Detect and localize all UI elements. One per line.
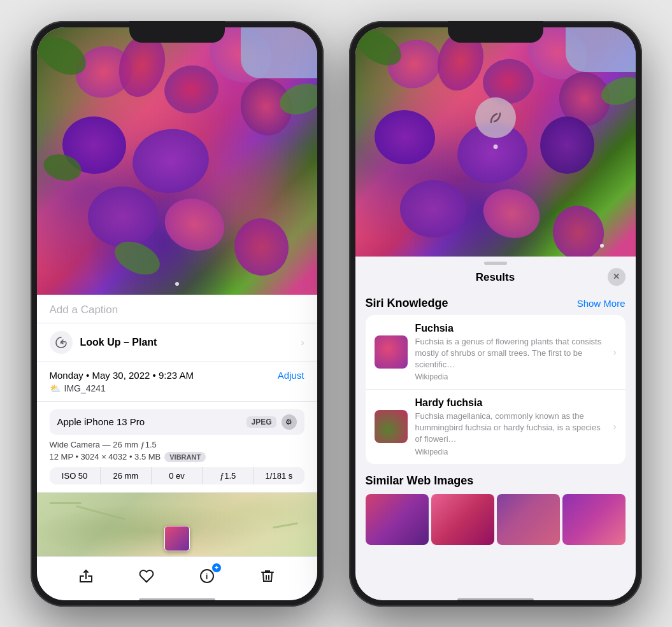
flower-photo-2 — [355, 27, 636, 257]
exif-row: ISO 50 26 mm 0 ev ƒ1.5 1/181 s — [50, 467, 304, 484]
date-text: Monday • May 30, 2022 • 9:23 AM — [50, 370, 194, 381]
exif-focal: 26 mm — [101, 467, 152, 484]
filename: IMG_4241 — [64, 383, 106, 393]
resolution-text: 12 MP • 3024 × 4032 • 3.5 MB — [50, 452, 161, 461]
map-section — [37, 493, 317, 556]
camera-model: Apple iPhone 13 Pro — [57, 416, 145, 427]
hardy-text: Hardy fuchsia Fuchsia magellanica, commo… — [415, 397, 606, 456]
hardy-thumbnail — [375, 410, 408, 443]
fuchsia-desc: Fuchsia is a genus of flowering plants t… — [415, 336, 606, 371]
cloud-icon: ⛅ — [50, 383, 61, 393]
exif-iso: ISO 50 — [50, 467, 101, 484]
siri-knowledge-title: Siri Knowledge — [366, 297, 448, 310]
exif-ev: 0 ev — [152, 467, 203, 484]
results-body: Siri Knowledge Show More Fuchsia — [355, 289, 636, 600]
similar-img-1[interactable] — [366, 494, 429, 545]
delete-button[interactable] — [257, 566, 278, 586]
map-thumbnail — [164, 526, 190, 551]
lookup-row[interactable]: Look Up – Plant › — [37, 323, 317, 362]
adjust-button[interactable]: Adjust — [278, 370, 304, 381]
phone-2: Results ✕ Siri Knowledge Show More — [349, 21, 642, 607]
exif-shutter: 1/181 s — [254, 467, 304, 484]
caption-placeholder: Add a Caption — [50, 304, 118, 316]
info-section: Monday • May 30, 2022 • 9:23 AM Adjust ⛅… — [37, 362, 317, 402]
jpeg-badge: JPEG — [247, 416, 276, 428]
results-sheet: Results ✕ Siri Knowledge Show More — [355, 257, 636, 600]
fuchsia-text: Fuchsia Fuchsia is a genus of flowering … — [415, 323, 606, 382]
lookup-chevron: › — [301, 337, 304, 348]
exif-aperture: ƒ1.5 — [203, 467, 254, 484]
toolbar: i ✦ — [37, 556, 317, 600]
fuchsia-source: Wikipedia — [415, 372, 606, 381]
hardy-source: Wikipedia — [415, 447, 606, 456]
flower-photo — [37, 27, 317, 295]
siri-dot — [493, 144, 497, 149]
fuchsia-chevron: › — [613, 347, 617, 357]
camera-section: Apple iPhone 13 Pro JPEG ⚙ Wide Camera —… — [37, 402, 317, 493]
home-indicator-2 — [457, 598, 534, 602]
svg-text:i: i — [206, 572, 208, 581]
results-title: Results — [476, 271, 515, 284]
fuchsia-name: Fuchsia — [415, 323, 606, 334]
results-header: Results ✕ — [355, 265, 636, 289]
knowledge-card: Fuchsia Fuchsia is a genus of flowering … — [366, 315, 626, 464]
gear-icon: ⚙ — [282, 414, 297, 430]
lookup-label: Look Up – Plant — [80, 337, 157, 348]
similar-img-3[interactable] — [497, 494, 560, 545]
knowledge-item-hardy[interactable]: Hardy fuchsia Fuchsia magellanica, commo… — [366, 390, 626, 464]
share-button[interactable] — [76, 566, 96, 586]
info-badge: ✦ — [212, 563, 221, 572]
siri-circle — [475, 97, 516, 138]
phone1-content: Add a Caption Look Up – Plant › — [37, 27, 317, 600]
photo-dot-2 — [600, 244, 604, 248]
phone2-content: Results ✕ Siri Knowledge Show More — [355, 27, 636, 600]
phone-1: Add a Caption Look Up – Plant › — [31, 21, 324, 607]
camera-lens: Wide Camera — 26 mm ƒ1.5 — [50, 440, 304, 449]
similar-img-4[interactable] — [562, 494, 626, 545]
close-button[interactable]: ✕ — [608, 268, 626, 286]
favorite-button[interactable] — [136, 566, 157, 586]
vibrant-badge: VIBRANT — [164, 452, 206, 462]
similar-title: Similar Web Images — [366, 474, 626, 488]
caption-area[interactable]: Add a Caption — [37, 295, 317, 323]
info-button[interactable]: i ✦ — [197, 566, 217, 586]
svg-point-0 — [60, 341, 62, 344]
hardy-desc: Fuchsia magellanica, commonly known as t… — [415, 411, 606, 446]
show-more-button[interactable]: Show More — [577, 298, 626, 309]
fuchsia-thumbnail — [375, 335, 408, 369]
knowledge-item-fuchsia[interactable]: Fuchsia Fuchsia is a genus of flowering … — [366, 315, 626, 390]
similar-images-row — [366, 494, 626, 545]
lookup-icon — [50, 331, 73, 354]
siri-knowledge-header: Siri Knowledge Show More — [366, 297, 626, 310]
hardy-chevron: › — [613, 421, 617, 432]
similar-img-2[interactable] — [431, 494, 494, 545]
home-indicator — [139, 598, 215, 602]
similar-section: Similar Web Images — [366, 474, 626, 545]
hardy-name: Hardy fuchsia — [415, 397, 606, 409]
